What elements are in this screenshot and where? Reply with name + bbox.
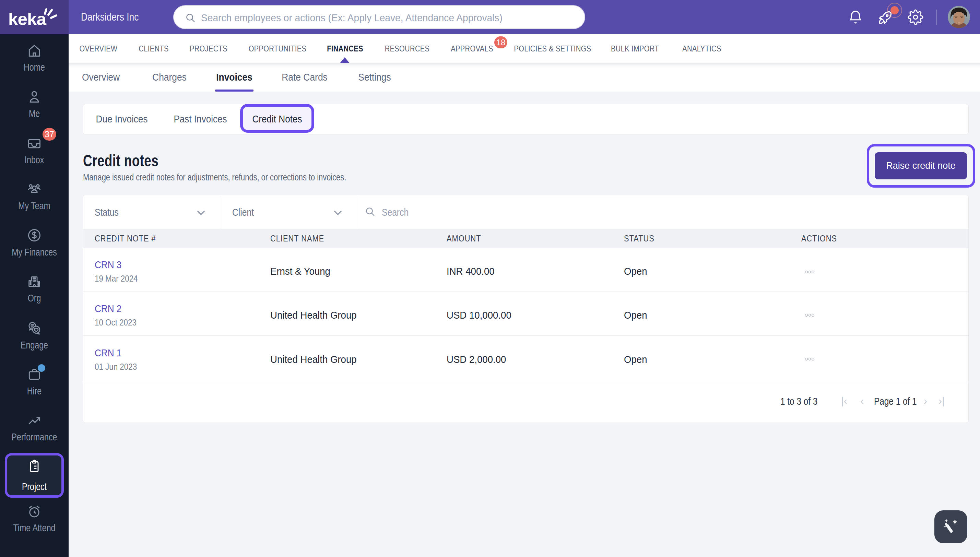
svg-text:keka: keka xyxy=(8,10,47,29)
